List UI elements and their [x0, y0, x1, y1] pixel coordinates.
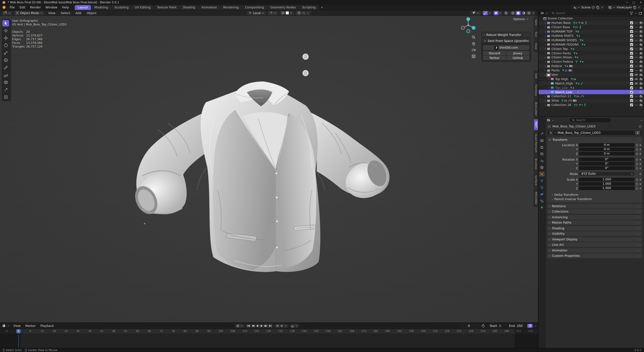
outliner-row-watch-low[interactable]: ›Watch_Low5 [539, 90, 644, 94]
workspace-tab-compositing[interactable]: Compositing [242, 5, 267, 10]
timeline-editor-icon[interactable] [2, 324, 6, 328]
menu-window[interactable]: Window [43, 5, 60, 10]
eye-closed-icon[interactable] [634, 56, 638, 59]
chevron-down-icon[interactable] [532, 11, 535, 14]
outliner-search-input[interactable] [556, 12, 626, 15]
animate-dot[interactable] [640, 159, 641, 160]
collection-icon[interactable] [547, 38, 550, 42]
expand-arrow[interactable]: › [544, 95, 547, 98]
chevron-down-icon[interactable] [640, 119, 643, 121]
menu-render[interactable]: Render [28, 5, 43, 10]
outliner-row-shoe[interactable]: ›Shoe2456 [539, 99, 644, 103]
filter-icon[interactable] [630, 11, 633, 15]
eye-closed-icon[interactable] [634, 60, 638, 63]
third3d-website-button[interactable]: 3 third3d.com [483, 45, 529, 50]
lock-icon[interactable] [636, 152, 638, 155]
panel-relations[interactable]: ›Relations:::: [547, 204, 642, 208]
value-field[interactable]: 0 m [579, 147, 634, 151]
render-visibility-icon[interactable] [639, 51, 643, 55]
eye-closed-icon[interactable] [634, 69, 638, 72]
viewlayer-selector[interactable]: ViewLayer ✕ [606, 5, 642, 10]
row-label[interactable]: HUMANM FEDORA [552, 43, 579, 46]
panel-viewport-display[interactable]: ›Viewport Display:::: [547, 237, 642, 242]
sidebar-tab-hardops[interactable]: HardOps [534, 82, 538, 99]
sidebar-tab-surface[interactable]: Surface [534, 173, 538, 188]
selectable-checkbox[interactable] [630, 60, 633, 63]
eye-closed-icon[interactable] [634, 30, 638, 33]
collection-icon[interactable] [547, 34, 550, 38]
properties-tab-scene[interactable] [539, 158, 545, 163]
shading-rendered-button[interactable] [526, 11, 531, 15]
lock-icon[interactable] [636, 187, 638, 190]
shading-material-button[interactable] [521, 11, 526, 15]
outliner-row-citizen-pants[interactable]: ›Citizen Pants4 [539, 51, 644, 55]
render-visibility-icon[interactable] [639, 69, 643, 72]
row-label[interactable]: Top_Low [555, 86, 568, 89]
animate-dot[interactable] [640, 188, 641, 189]
collection-icon[interactable] [547, 47, 550, 51]
render-visibility-icon[interactable] [639, 82, 643, 85]
pin-icon[interactable] [638, 125, 642, 128]
outliner-row-collection-16[interactable]: ›Collection 1627 [539, 103, 644, 107]
chevron-down-icon[interactable] [546, 12, 548, 14]
outliner-row-top-high[interactable]: ›Top High16 [539, 77, 644, 81]
prev-frame-button[interactable] [276, 324, 279, 327]
navigation-gizmo[interactable] [459, 16, 478, 34]
chevron-down-icon[interactable] [240, 324, 243, 327]
tool-move[interactable] [2, 35, 9, 41]
collection-icon[interactable] [550, 90, 554, 94]
eye-closed-icon[interactable] [634, 38, 638, 42]
row-label[interactable]: HUMANM TOP [552, 30, 572, 33]
row-label[interactable]: Watch_High [555, 82, 573, 85]
mode-selector[interactable]: Object Mode [14, 10, 44, 15]
properties-tab-modifiers[interactable] [539, 178, 545, 183]
expand-arrow[interactable]: › [544, 56, 547, 59]
row-label[interactable]: Watch_Low [555, 90, 572, 94]
xray-toggle[interactable] [504, 11, 508, 15]
outliner-search[interactable] [550, 11, 628, 16]
grid-toggle-icon[interactable] [472, 54, 476, 58]
eye-open-icon[interactable] [634, 77, 638, 81]
transform-orientation-selector[interactable]: Local [246, 10, 266, 15]
panel-animation[interactable]: ›Animation:::: [547, 248, 642, 253]
chevron-down-icon[interactable] [499, 11, 502, 14]
shading-solid-button[interactable] [516, 11, 520, 15]
workspace-tab-shading[interactable]: Shading [180, 5, 198, 10]
sidebar-tab-boxcutter[interactable]: BoxCutter [534, 100, 538, 118]
next-frame-button[interactable] [280, 324, 284, 327]
expand-arrow[interactable]: › [548, 78, 550, 81]
snap-target-button[interactable] [268, 10, 278, 15]
expand-arrow[interactable]: › [544, 47, 547, 50]
outliner-row-humanm-shoes[interactable]: ›HUMANM SHOES4 [539, 38, 644, 42]
remove-icon[interactable]: ✕ [638, 6, 640, 9]
value-field[interactable]: 1.000 [579, 182, 634, 186]
eye-closed-icon[interactable] [634, 95, 638, 98]
render-visibility-icon[interactable] [639, 86, 643, 89]
copy-icon[interactable] [633, 5, 637, 9]
link-twitter-button[interactable]: Twitter [483, 56, 506, 60]
selectable-checkbox[interactable] [630, 73, 633, 76]
eye-closed-icon[interactable] [634, 51, 638, 55]
row-label[interactable]: Collection 16 [552, 103, 571, 107]
collection-icon[interactable] [547, 60, 550, 64]
row-label[interactable]: HUMANM SHOES [552, 38, 577, 42]
record-button[interactable] [236, 324, 240, 327]
eye-closed-icon[interactable] [634, 64, 638, 68]
playhead-line[interactable] [18, 334, 18, 349]
expand-arrow[interactable]: › [544, 52, 547, 55]
value-field[interactable]: 0° [579, 162, 634, 166]
properties-tab-particles[interactable] [539, 185, 545, 190]
outliner-row-humanm-top[interactable]: ›HUMANM TOP8 [539, 29, 644, 34]
properties-tab-output[interactable] [539, 145, 545, 150]
row-label[interactable]: Collection 11 [552, 95, 571, 98]
expand-arrow[interactable]: › [544, 99, 547, 102]
render-visibility-icon[interactable] [639, 73, 643, 76]
selectable-checkbox[interactable] [630, 77, 633, 81]
selectable-checkbox[interactable] [630, 82, 633, 85]
current-frame-marker[interactable]: 0 [16, 329, 21, 333]
chevron-down-icon[interactable] [634, 12, 637, 14]
render-visibility-icon[interactable] [639, 21, 643, 25]
eye-closed-icon[interactable] [634, 43, 638, 46]
selectable-checkbox[interactable] [630, 64, 633, 68]
expand-arrow[interactable]: › [548, 82, 550, 85]
